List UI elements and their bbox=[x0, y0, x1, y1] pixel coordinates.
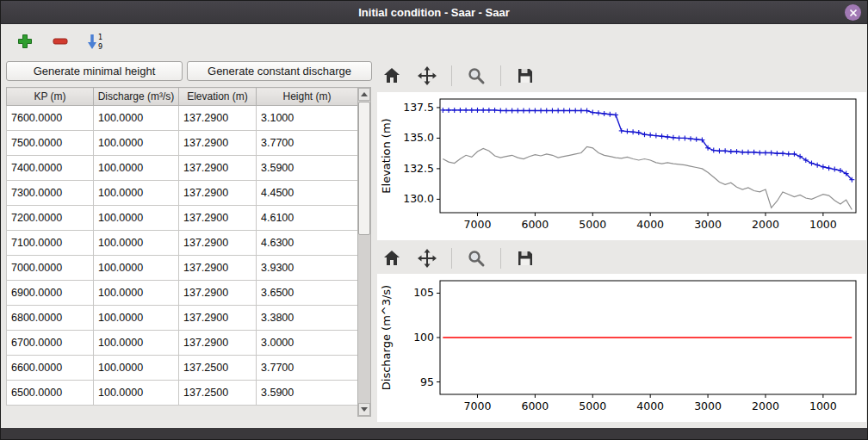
table-cell[interactable]: 3.3800 bbox=[257, 306, 358, 331]
save-button[interactable] bbox=[514, 65, 536, 87]
column-header[interactable]: Elevation (m) bbox=[179, 88, 257, 106]
svg-text:1000: 1000 bbox=[809, 218, 837, 231]
table-cell[interactable]: 137.2900 bbox=[179, 281, 257, 306]
table-cell[interactable]: 7600.0000 bbox=[7, 106, 94, 131]
table-cell[interactable]: 3.5900 bbox=[257, 381, 358, 406]
column-header[interactable]: Discharge (m³/s) bbox=[94, 88, 179, 106]
table-cell[interactable]: 137.2900 bbox=[179, 331, 257, 356]
table-cell[interactable]: 100.0000 bbox=[94, 256, 179, 281]
table-cell[interactable]: 100.0000 bbox=[94, 181, 179, 206]
arrow-up-icon bbox=[361, 92, 368, 96]
svg-text:100: 100 bbox=[413, 331, 434, 344]
table-cell[interactable]: 4.4500 bbox=[257, 181, 358, 206]
save-button[interactable] bbox=[514, 247, 536, 270]
table-cell[interactable]: 137.2900 bbox=[179, 206, 257, 231]
pan-button[interactable] bbox=[416, 65, 438, 87]
table-cell[interactable]: 100.0000 bbox=[94, 206, 179, 231]
table-cell[interactable]: 6800.0000 bbox=[7, 306, 94, 331]
table-cell[interactable]: 100.0000 bbox=[94, 356, 179, 381]
table-cell[interactable]: 6700.0000 bbox=[7, 331, 94, 356]
main-toolbar: 1 9 bbox=[1, 25, 867, 58]
generate-minimal-height-button[interactable]: Generate minimal height bbox=[6, 61, 183, 81]
zoom-button[interactable] bbox=[465, 65, 487, 87]
table-cell[interactable]: 100.0000 bbox=[94, 131, 179, 156]
table-cell[interactable]: 7200.0000 bbox=[7, 206, 94, 231]
toolbar-separator bbox=[500, 248, 501, 269]
table-cell[interactable]: 6500.0000 bbox=[7, 381, 94, 406]
table-cell[interactable]: 137.2900 bbox=[179, 231, 257, 256]
table-cell[interactable]: 7300.0000 bbox=[7, 181, 94, 206]
home-button[interactable] bbox=[381, 65, 403, 87]
pan-button[interactable] bbox=[416, 247, 438, 270]
svg-text:2000: 2000 bbox=[752, 400, 779, 412]
table-cell[interactable]: 100.0000 bbox=[94, 306, 179, 331]
elevation-plot-toolbar bbox=[381, 63, 536, 89]
table-cell[interactable]: 3.1000 bbox=[257, 106, 358, 131]
zoom-button[interactable] bbox=[465, 247, 487, 270]
discharge-plot-toolbar bbox=[381, 245, 536, 271]
svg-text:4000: 4000 bbox=[636, 218, 664, 231]
svg-text:2000: 2000 bbox=[752, 218, 779, 231]
table-cell[interactable]: 3.5900 bbox=[257, 156, 358, 181]
scrollbar-up-button[interactable] bbox=[358, 88, 370, 101]
table-cell[interactable]: 3.7700 bbox=[257, 131, 358, 156]
table-cell[interactable]: 7100.0000 bbox=[7, 231, 94, 256]
table-cell[interactable]: 137.2900 bbox=[179, 181, 257, 206]
table-cell[interactable]: 7500.0000 bbox=[7, 131, 94, 156]
table-row: 6600.0000100.0000137.25003.7700 bbox=[7, 356, 358, 381]
pan-icon bbox=[418, 66, 437, 85]
table-cell[interactable]: 4.6300 bbox=[257, 231, 358, 256]
close-button[interactable] bbox=[845, 4, 861, 21]
scrollbar-down-button[interactable] bbox=[358, 403, 370, 416]
window-title: Initial condition - Saar - Saar bbox=[358, 6, 510, 19]
table-cell[interactable]: 137.2900 bbox=[179, 131, 257, 156]
table-cell[interactable]: 4.6100 bbox=[257, 206, 358, 231]
table-row: 7600.0000100.0000137.29003.1000 bbox=[7, 106, 358, 131]
table-row: 7500.0000100.0000137.29003.7700 bbox=[7, 131, 358, 156]
generate-constant-discharge-button[interactable]: Generate constant discharge bbox=[187, 61, 372, 81]
sort-rows-button[interactable]: 1 9 bbox=[84, 30, 107, 53]
table-cell[interactable]: 137.2500 bbox=[179, 381, 257, 406]
arrow-down-icon bbox=[361, 407, 368, 412]
home-button[interactable] bbox=[381, 247, 403, 270]
svg-text:Elevation (m): Elevation (m) bbox=[380, 118, 393, 193]
table-cell[interactable]: 137.2900 bbox=[179, 106, 257, 131]
pan-icon bbox=[418, 249, 437, 268]
table-cell[interactable]: 3.9300 bbox=[257, 256, 358, 281]
table-cell[interactable]: 137.2500 bbox=[179, 356, 257, 381]
table-cell[interactable]: 6900.0000 bbox=[7, 281, 94, 306]
table-cell[interactable]: 137.2900 bbox=[179, 156, 257, 181]
table-cell[interactable]: 3.0000 bbox=[257, 331, 358, 356]
table-cell[interactable]: 100.0000 bbox=[94, 106, 179, 131]
discharge-plot[interactable]: 700060005000400030002000100010510095Disc… bbox=[377, 274, 866, 422]
svg-text:9: 9 bbox=[98, 43, 102, 51]
column-header[interactable]: KP (m) bbox=[7, 88, 94, 106]
scrollbar-thumb[interactable] bbox=[358, 102, 370, 235]
minus-icon bbox=[52, 33, 69, 50]
add-row-button[interactable] bbox=[14, 30, 36, 53]
table-cell[interactable]: 100.0000 bbox=[94, 156, 179, 181]
svg-text:135.0: 135.0 bbox=[403, 131, 434, 144]
sort-1-9-icon: 1 9 bbox=[85, 32, 106, 51]
table-cell[interactable]: 3.6500 bbox=[257, 281, 358, 306]
remove-row-button[interactable] bbox=[49, 30, 71, 53]
table-row: 7400.0000100.0000137.29003.5900 bbox=[7, 156, 358, 181]
elevation-plot[interactable]: 7000600050004000300020001000137.5135.013… bbox=[377, 92, 866, 240]
table-cell[interactable]: 100.0000 bbox=[94, 381, 179, 406]
table-cell[interactable]: 137.2900 bbox=[179, 306, 257, 331]
svg-text:105: 105 bbox=[413, 286, 434, 299]
svg-text:6000: 6000 bbox=[521, 218, 549, 231]
table-cell[interactable]: 137.2900 bbox=[179, 256, 257, 281]
table-cell[interactable]: 6600.0000 bbox=[7, 356, 94, 381]
table-row: 7200.0000100.0000137.29004.6100 bbox=[7, 206, 358, 231]
column-header[interactable]: Height (m) bbox=[257, 88, 358, 106]
table-scrollbar[interactable] bbox=[357, 87, 371, 417]
table-cell[interactable]: 100.0000 bbox=[94, 231, 179, 256]
table-cell[interactable]: 3.7700 bbox=[257, 356, 358, 381]
table-cell[interactable]: 7000.0000 bbox=[7, 256, 94, 281]
table-cell[interactable]: 100.0000 bbox=[94, 331, 179, 356]
table-cell[interactable]: 7400.0000 bbox=[7, 156, 94, 181]
table-cell[interactable]: 100.0000 bbox=[94, 281, 179, 306]
table-row: 7100.0000100.0000137.29004.6300 bbox=[7, 231, 358, 256]
titlebar[interactable]: Initial condition - Saar - Saar bbox=[1, 1, 867, 24]
